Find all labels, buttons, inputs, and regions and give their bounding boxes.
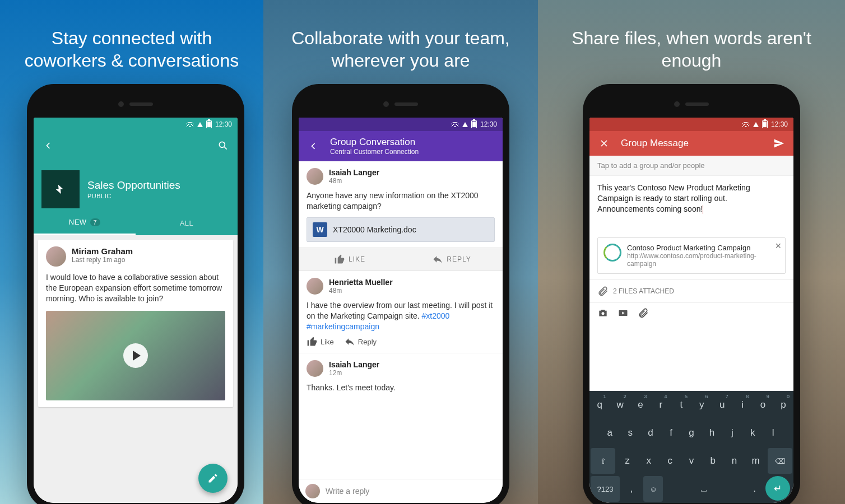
key-e[interactable]: e3 bbox=[632, 392, 649, 418]
enter-key[interactable]: ↵ bbox=[765, 476, 790, 501]
key-k[interactable]: k bbox=[744, 420, 762, 446]
symbols-key[interactable]: ?123 bbox=[591, 476, 620, 502]
space-key[interactable]: ⎵ bbox=[665, 476, 742, 502]
battery-icon bbox=[471, 120, 477, 128]
remove-link-button[interactable]: ✕ bbox=[775, 241, 782, 250]
wifi-icon bbox=[451, 122, 459, 127]
wifi-icon bbox=[186, 122, 194, 127]
post-text: Thanks. Let's meet today. bbox=[307, 382, 495, 393]
cell-icon bbox=[197, 122, 203, 127]
svg-point-0 bbox=[219, 142, 225, 147]
key-f[interactable]: f bbox=[662, 420, 680, 446]
key-g[interactable]: g bbox=[682, 420, 700, 446]
reply-button[interactable]: REPLY bbox=[401, 248, 503, 270]
camera-button[interactable] bbox=[597, 307, 609, 321]
status-time: 12:30 bbox=[771, 120, 788, 128]
new-count-badge: 7 bbox=[90, 218, 101, 226]
key-c[interactable]: c bbox=[661, 448, 680, 474]
post-text: I have the overview from our last meetin… bbox=[307, 300, 495, 332]
backspace-key[interactable]: ⌫ bbox=[768, 448, 792, 474]
key-z[interactable]: z bbox=[618, 448, 637, 474]
status-bar: 12:30 bbox=[589, 118, 793, 131]
group-visibility: PUBLIC bbox=[87, 193, 180, 199]
emoji-key[interactable]: ☺ bbox=[643, 476, 663, 502]
reply-link[interactable]: Reply bbox=[344, 336, 377, 347]
key-u[interactable]: u7 bbox=[713, 392, 731, 418]
paperclip-icon bbox=[597, 286, 609, 297]
key-i[interactable]: i8 bbox=[733, 392, 751, 418]
search-button[interactable] bbox=[216, 139, 230, 152]
screen-title: Group Message bbox=[621, 138, 689, 149]
key-n[interactable]: n bbox=[725, 448, 744, 474]
group-header: 12:30 Sales Opportunities PUBLIC NEW bbox=[34, 118, 238, 235]
author-avatar bbox=[307, 278, 323, 295]
post-text: I would love to have a collaborative ses… bbox=[46, 272, 225, 304]
status-bar: 12:30 bbox=[299, 118, 503, 131]
post-meta: 48m bbox=[329, 287, 393, 295]
attach-button[interactable] bbox=[638, 307, 649, 321]
post-text: Anyone have any new information on the X… bbox=[307, 190, 495, 212]
author-avatar bbox=[46, 246, 66, 267]
post-video[interactable] bbox=[46, 311, 225, 400]
key-j[interactable]: j bbox=[723, 420, 741, 446]
link-title: Contoso Product Marketing Campaign bbox=[627, 244, 768, 252]
post-meta: 12m bbox=[329, 369, 379, 377]
key-h[interactable]: h bbox=[703, 420, 721, 446]
key-m[interactable]: m bbox=[746, 448, 765, 474]
wifi-icon bbox=[742, 122, 750, 127]
key-r[interactable]: r4 bbox=[652, 392, 670, 418]
recipients-field[interactable]: Tap to add a group and/or people bbox=[589, 156, 793, 176]
keyboard[interactable]: q1w2e3r4t5y6u7i8o9p0 asdfghjkl ⇧ zxcvbnm… bbox=[589, 391, 793, 503]
compose-fab[interactable] bbox=[198, 464, 227, 493]
link-preview[interactable]: Contoso Product Marketing Campaign http:… bbox=[597, 237, 786, 274]
headline-2: Collaborate with your team, wherever you… bbox=[263, 22, 538, 76]
comma-key[interactable]: , bbox=[622, 476, 642, 502]
key-s[interactable]: s bbox=[621, 420, 639, 446]
author-name: Miriam Graham bbox=[72, 246, 133, 256]
like-button[interactable]: LIKE bbox=[299, 248, 401, 270]
cell-icon bbox=[462, 122, 468, 127]
reply-input[interactable]: Write a reply bbox=[326, 487, 496, 496]
post-2: Henrietta Mueller 48m I have the overvie… bbox=[299, 271, 503, 353]
like-link[interactable]: Like bbox=[307, 336, 334, 347]
key-w[interactable]: w2 bbox=[611, 392, 629, 418]
key-q[interactable]: q1 bbox=[591, 392, 609, 418]
key-v[interactable]: v bbox=[682, 448, 701, 474]
link-favicon bbox=[603, 244, 621, 262]
key-p[interactable]: p0 bbox=[774, 392, 792, 418]
cell-icon bbox=[753, 122, 759, 127]
video-button[interactable] bbox=[618, 307, 629, 321]
conversation-subtitle: Central Customer Connection bbox=[330, 148, 419, 156]
post-3: Isaiah Langer 12m Thanks. Let's meet tod… bbox=[299, 353, 503, 399]
key-y[interactable]: y6 bbox=[693, 392, 711, 418]
battery-icon bbox=[206, 120, 212, 128]
feed-post[interactable]: Miriam Graham Last reply 1m ago I would … bbox=[38, 240, 233, 407]
group-avatar bbox=[41, 170, 80, 208]
file-name: XT20000 Marketing.doc bbox=[333, 225, 416, 234]
post-meta: Last reply 1m ago bbox=[72, 256, 133, 264]
attachments-row[interactable]: 2 FILES ATTACHED bbox=[589, 279, 793, 302]
tab-all[interactable]: ALL bbox=[136, 211, 238, 235]
key-x[interactable]: x bbox=[639, 448, 658, 474]
key-d[interactable]: d bbox=[642, 420, 660, 446]
key-a[interactable]: a bbox=[601, 420, 619, 446]
back-button[interactable] bbox=[307, 139, 320, 153]
period-key[interactable]: . bbox=[745, 476, 764, 502]
reply-bar[interactable]: Write a reply bbox=[299, 479, 503, 502]
author-avatar bbox=[307, 360, 323, 377]
back-button[interactable] bbox=[41, 139, 55, 152]
key-t[interactable]: t5 bbox=[672, 392, 690, 418]
shift-key[interactable]: ⇧ bbox=[591, 448, 615, 474]
send-button[interactable] bbox=[772, 137, 786, 150]
file-attachment[interactable]: W XT20000 Marketing.doc bbox=[307, 217, 495, 242]
key-b[interactable]: b bbox=[703, 448, 722, 474]
key-o[interactable]: o9 bbox=[754, 392, 772, 418]
headline-3: Share files, when words aren't enough bbox=[538, 22, 845, 76]
compose-field[interactable]: This year's Contoso New Product Marketin… bbox=[589, 176, 793, 232]
tab-new[interactable]: NEW 7 bbox=[34, 211, 136, 235]
group-name: Sales Opportunities bbox=[87, 179, 180, 192]
close-button[interactable] bbox=[597, 137, 611, 150]
key-l[interactable]: l bbox=[764, 420, 782, 446]
author-name: Isaiah Langer bbox=[329, 360, 379, 369]
battery-icon bbox=[762, 120, 768, 128]
